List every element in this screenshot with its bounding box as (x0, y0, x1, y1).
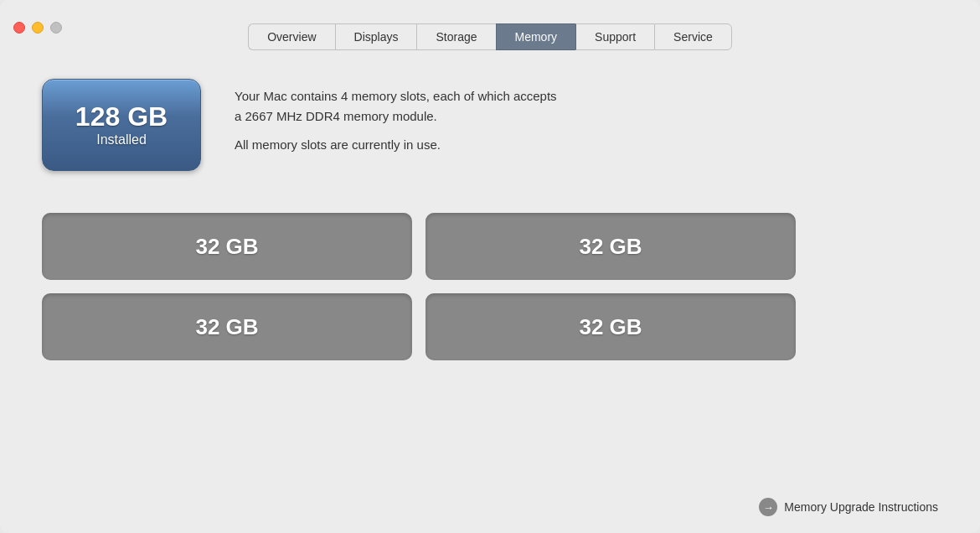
tab-service[interactable]: Service (654, 23, 732, 50)
main-content: 128 GB Installed Your Mac contains 4 mem… (0, 54, 980, 498)
description-line3: All memory slots are currently in use. (235, 135, 557, 155)
memory-badge: 128 GB Installed (42, 79, 201, 171)
top-section: 128 GB Installed Your Mac contains 4 mem… (42, 79, 938, 171)
tab-storage[interactable]: Storage (416, 23, 495, 50)
description-line1: Your Mac contains 4 memory slots, each o… (235, 86, 557, 127)
memory-description: Your Mac contains 4 memory slots, each o… (235, 86, 557, 163)
footer: → Memory Upgrade Instructions (0, 498, 980, 516)
memory-slot-1: 32 GB (42, 213, 412, 280)
upgrade-link[interactable]: → Memory Upgrade Instructions (759, 498, 938, 516)
tab-memory[interactable]: Memory (496, 23, 576, 50)
upgrade-link-label: Memory Upgrade Instructions (784, 500, 938, 514)
tab-overview[interactable]: Overview (248, 23, 334, 50)
slots-grid: 32 GB 32 GB 32 GB 32 GB (42, 213, 796, 360)
tab-support[interactable]: Support (575, 23, 654, 50)
upgrade-icon: → (759, 498, 777, 516)
window: Overview Displays Storage Memory Support… (0, 0, 980, 533)
memory-slot-3: 32 GB (42, 293, 412, 360)
memory-slot-2: 32 GB (426, 213, 796, 280)
tabbar: Overview Displays Storage Memory Support… (0, 20, 980, 54)
tab-displays[interactable]: Displays (335, 23, 417, 50)
memory-badge-size: 128 GB (75, 102, 168, 132)
memory-slot-4: 32 GB (426, 293, 796, 360)
memory-badge-label: Installed (96, 132, 147, 147)
